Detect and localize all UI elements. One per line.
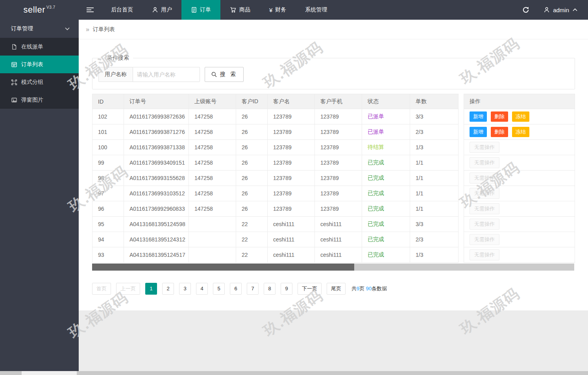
page-number-button[interactable]: 8 bbox=[264, 283, 276, 295]
page-number-button: 1 bbox=[145, 283, 157, 295]
cell-customer-name: 123789 bbox=[268, 140, 315, 155]
app-logo: seller V3.7 bbox=[0, 0, 79, 20]
add-button[interactable]: 新增 bbox=[470, 127, 487, 137]
table-row: 100A011617369938713381472582612378912378… bbox=[92, 140, 459, 155]
cell-parent-account bbox=[189, 217, 236, 232]
content-panel: 条件搜索 用户名称 搜 索 ID 订单号 bbox=[79, 39, 588, 310]
cell-customer-phone: 123789 bbox=[315, 140, 362, 155]
header-id: ID bbox=[92, 94, 124, 109]
search-fieldset: 条件搜索 用户名称 搜 索 bbox=[92, 54, 575, 89]
sidebar-item-mode-group[interactable]: 模式分组 bbox=[0, 73, 79, 91]
cell-customer-id: 22 bbox=[236, 217, 268, 232]
nav-item-orders-label: 订单 bbox=[200, 6, 211, 13]
cell-customer-name: 123789 bbox=[268, 109, 315, 124]
page-number-button[interactable]: 6 bbox=[230, 283, 242, 295]
total-pages: 9 bbox=[357, 286, 359, 291]
table-row: 无需操作 bbox=[464, 232, 575, 247]
table-row: 99A0116173699340915114725826123789123789… bbox=[92, 155, 459, 171]
status-label: 已派单 bbox=[368, 128, 384, 135]
freeze-button[interactable]: 冻结 bbox=[512, 127, 529, 137]
header-customer-name: 客户名 bbox=[268, 94, 315, 109]
sidebar-item-popup-image[interactable]: 弹窗图片 bbox=[0, 91, 79, 109]
sidebar: 订单管理 在线派单 订单列表 模式分组 弹窗图片 bbox=[0, 20, 79, 375]
nav-item-finance[interactable]: ¥ 财务 bbox=[260, 0, 296, 20]
sidebar-item-order-list[interactable]: 订单列表 bbox=[0, 56, 79, 73]
page-number-button[interactable]: 9 bbox=[281, 283, 292, 295]
delete-button[interactable]: 删除 bbox=[491, 127, 508, 137]
table-row: 95A0413168139512459822ceshi111ceshi111已完… bbox=[92, 217, 459, 232]
sidebar-submenu: 在线派单 订单列表 模式分组 弹窗图片 bbox=[0, 38, 79, 109]
page-number-button[interactable]: 5 bbox=[213, 283, 225, 295]
page-number-button[interactable]: 7 bbox=[247, 283, 259, 295]
username-input[interactable] bbox=[133, 67, 200, 82]
table-row: 无需操作 bbox=[464, 247, 575, 263]
cell-actions: 无需操作 bbox=[464, 140, 575, 155]
username-field-label: 用户名称 bbox=[98, 67, 133, 82]
cell-id: 93 bbox=[92, 247, 124, 263]
cell-count: 2/3 bbox=[410, 124, 459, 140]
freeze-button[interactable]: 冻结 bbox=[512, 111, 529, 122]
table-row: 无需操作 bbox=[464, 155, 575, 171]
sidebar-item-label: 在线派单 bbox=[21, 43, 43, 50]
cell-customer-id: 26 bbox=[236, 124, 268, 140]
page-last-button[interactable]: 尾页 bbox=[327, 283, 346, 295]
header-actions: 操作 bbox=[464, 94, 575, 109]
cell-order-no: A01161736993871338 bbox=[124, 140, 189, 155]
page-number-button[interactable]: 2 bbox=[162, 283, 174, 295]
table-horizontal-scrollbar bbox=[92, 264, 574, 271]
pagination: 首页上一页123456789下一页尾页共9页 90条数据 bbox=[92, 283, 575, 295]
search-button[interactable]: 搜 索 bbox=[205, 67, 244, 82]
table-row: 无需操作 bbox=[464, 201, 575, 217]
nav-item-goods[interactable]: 商品 bbox=[220, 0, 260, 20]
cell-actions: 无需操作 bbox=[464, 201, 575, 217]
add-button[interactable]: 新增 bbox=[470, 111, 487, 122]
delete-button[interactable]: 删除 bbox=[491, 111, 508, 122]
table-row: 98A0116173699315562814725826123789123789… bbox=[92, 171, 459, 186]
nav-item-users[interactable]: 用户 bbox=[142, 0, 181, 20]
refresh-button[interactable] bbox=[514, 0, 538, 20]
menu-toggle-icon[interactable] bbox=[79, 0, 102, 20]
page-number-button[interactable]: 3 bbox=[179, 283, 191, 295]
list-icon bbox=[11, 61, 17, 68]
table-header-row: 操作 bbox=[464, 94, 575, 109]
table-row: 102A011617369938726361472582612378912378… bbox=[92, 109, 459, 124]
total-records: 90 bbox=[366, 286, 372, 291]
cell-status: 已完成 bbox=[362, 155, 410, 171]
main-area: » 订单列表 条件搜索 用户名称 搜 索 bbox=[79, 20, 588, 375]
page-number-button[interactable]: 4 bbox=[196, 283, 208, 295]
sidebar-group-order-management[interactable]: 订单管理 bbox=[0, 20, 79, 38]
page-next-button[interactable]: 下一页 bbox=[298, 283, 322, 295]
nav-item-home[interactable]: 后台首页 bbox=[102, 0, 142, 20]
nav-item-goods-label: 商品 bbox=[239, 6, 250, 13]
admin-menu[interactable]: admin bbox=[538, 0, 588, 20]
search-button-label: 搜 索 bbox=[220, 71, 237, 78]
fixed-column-gap bbox=[459, 94, 464, 263]
cell-customer-name: 123789 bbox=[268, 186, 315, 201]
cell-count: 2/3 bbox=[410, 232, 459, 247]
cell-count: 1/1 bbox=[410, 186, 459, 201]
cell-customer-name: 123789 bbox=[268, 124, 315, 140]
cell-count: 1/1 bbox=[410, 155, 459, 171]
nav-item-system[interactable]: 系统管理 bbox=[296, 0, 337, 20]
cell-customer-phone: ceshi111 bbox=[315, 217, 362, 232]
nav-item-orders[interactable]: 订单 bbox=[181, 0, 220, 20]
breadcrumb: » 订单列表 bbox=[79, 20, 588, 39]
no-action-button: 无需操作 bbox=[470, 219, 499, 230]
page-scrollbar-thumb[interactable] bbox=[22, 371, 77, 375]
cell-parent-account bbox=[189, 247, 236, 263]
app-version: V3.7 bbox=[46, 5, 55, 9]
cell-count: 1/1 bbox=[410, 201, 459, 217]
no-action-button: 无需操作 bbox=[470, 203, 499, 214]
table-row: 无需操作 bbox=[464, 140, 575, 155]
cell-parent-account: 147258 bbox=[189, 109, 236, 124]
table-scrollbar-thumb[interactable] bbox=[92, 264, 354, 271]
table-row: 93A0413168139512451722ceshi111ceshi111已完… bbox=[92, 247, 459, 263]
cell-customer-id: 22 bbox=[236, 247, 268, 263]
cell-count: 1/3 bbox=[410, 140, 459, 155]
cell-id: 99 bbox=[92, 155, 124, 171]
cell-customer-id: 26 bbox=[236, 186, 268, 201]
cell-order-no: A04131681395124517 bbox=[124, 247, 189, 263]
sidebar-item-online-dispatch[interactable]: 在线派单 bbox=[0, 38, 79, 56]
cell-customer-id: 26 bbox=[236, 140, 268, 155]
cell-parent-account: 147258 bbox=[189, 201, 236, 217]
